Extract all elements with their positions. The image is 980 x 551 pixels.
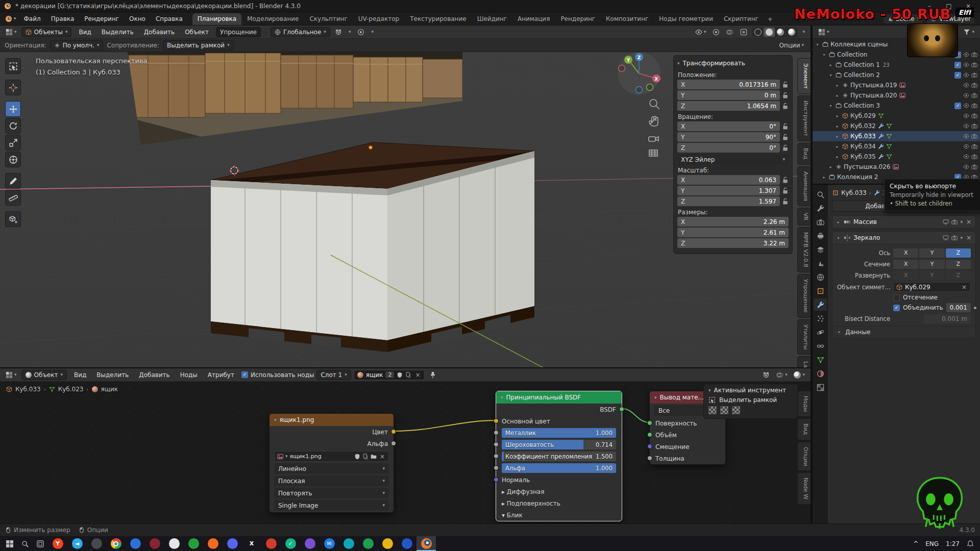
eye-icon[interactable]: [963, 164, 969, 170]
menu-Окно[interactable]: Окно: [125, 14, 150, 24]
taskbar-app-yandex-browser[interactable]: Y: [48, 536, 67, 551]
transform-field-Y[interactable]: Y90°: [677, 132, 780, 142]
eye-icon[interactable]: [963, 113, 969, 119]
sidebar-tab-VR[interactable]: VR: [797, 208, 811, 226]
bsdf-row-Шероховатость[interactable]: Шероховатость0.714: [496, 439, 622, 450]
bsdf-row-Диффузная[interactable]: ▸ Диффузная: [496, 486, 622, 497]
properties-tab-output[interactable]: [814, 230, 827, 242]
properties-tab-object-data[interactable]: [814, 354, 827, 366]
chevron-right-icon[interactable]: ▸: [835, 134, 840, 139]
thickness-socket[interactable]: [647, 456, 652, 461]
sidebar-tab-Lattice Magi[interactable]: Lattice Magi: [797, 356, 811, 367]
shading-material-button[interactable]: [775, 28, 786, 37]
vector-socket[interactable]: [494, 477, 499, 482]
sidebar-tab-Вид[interactable]: Вид: [797, 143, 811, 164]
transform-field-Z[interactable]: Z1.0654 m: [677, 101, 780, 111]
camera-icon[interactable]: [971, 52, 977, 58]
outliner-row-Пустышка.026[interactable]: ▸Пустышка.026: [813, 162, 980, 172]
camera-icon[interactable]: [971, 103, 977, 109]
camera-icon[interactable]: [971, 143, 977, 149]
taskbar-app-app-maroon[interactable]: [145, 536, 164, 551]
editor-type-button[interactable]: ▾: [816, 28, 831, 37]
modifier-mirror-header[interactable]: ▾ Зеркало ▾ ×: [832, 232, 975, 244]
eye-icon[interactable]: [963, 52, 969, 58]
node-header[interactable]: ▾ящик1.png: [270, 414, 394, 426]
outliner-filter-button[interactable]: ▾: [961, 28, 976, 37]
transform-field-X[interactable]: X0.017316 m: [677, 80, 780, 89]
projection-dropdown[interactable]: Плоская▾: [274, 475, 389, 486]
chevron-right-icon[interactable]: ▸: [835, 83, 840, 88]
meshdata-icon[interactable]: [886, 154, 892, 160]
taskbar-app-app-forest[interactable]: [358, 536, 378, 551]
slider-Металлик[interactable]: Металлик1.000: [502, 428, 616, 438]
lock-open-icon[interactable]: [782, 123, 789, 130]
viewport-display-toggle[interactable]: [943, 235, 949, 241]
shader-menu-Вид[interactable]: Вид: [69, 370, 91, 380]
image-icon[interactable]: [899, 92, 905, 98]
properties-tab-world[interactable]: [814, 271, 827, 283]
meshdata-icon[interactable]: [878, 113, 884, 119]
merge-threshold-field[interactable]: 0.001 m: [946, 303, 971, 312]
taskbar-app-app-black[interactable]: X: [242, 536, 261, 551]
orientation-dropdown[interactable]: Глобальное▾: [271, 27, 330, 37]
outliner-row-Куб.035[interactable]: ▸Куб.035: [813, 152, 980, 162]
transform-field-X[interactable]: X0°: [677, 121, 780, 131]
workspace-tab-Текстурирование[interactable]: Текстурирование: [405, 13, 471, 25]
camera-icon[interactable]: [971, 62, 977, 68]
chevron-right-icon[interactable]: ▸: [828, 63, 834, 67]
menu-Рендеринг[interactable]: Рендеринг: [80, 14, 124, 24]
wrench-icon[interactable]: [878, 143, 884, 149]
workspace-tab-Композитинг[interactable]: Композитинг: [601, 13, 653, 25]
modifier-array-header[interactable]: ▸ Массив ▾ ×: [832, 216, 975, 228]
modifier-close-button[interactable]: ×: [965, 234, 972, 241]
properties-tab-texture[interactable]: [814, 381, 827, 393]
surface-socket[interactable]: [647, 420, 652, 425]
workspace-tab-Анимация[interactable]: Анимация: [512, 13, 555, 25]
camera-icon[interactable]: [971, 72, 977, 78]
camera-icon[interactable]: [971, 113, 977, 119]
outliner-search-button[interactable]: [947, 28, 958, 37]
object-visibility-dropdown[interactable]: ▾: [693, 28, 708, 37]
workspace-tab-Скульптинг[interactable]: Скульптинг: [304, 13, 352, 25]
pin-button[interactable]: [427, 370, 438, 380]
properties-tab-modifiers[interactable]: [814, 298, 827, 311]
exclude-checkbox[interactable]: ✓: [954, 103, 961, 109]
chevron-right-icon[interactable]: ▸: [821, 175, 827, 180]
properties-search-button[interactable]: [814, 188, 827, 201]
properties-tab-material[interactable]: [814, 367, 827, 380]
breadcrumb-object[interactable]: Куб.033: [841, 189, 867, 196]
transform-panel-header[interactable]: ▾ Трансформировать: [677, 58, 789, 69]
taskbar-app-app-yellow[interactable]: [378, 536, 397, 551]
lock-open-icon[interactable]: [782, 92, 789, 99]
tray-expand-button[interactable]: ^: [913, 540, 918, 547]
new-material-button[interactable]: [405, 372, 411, 378]
image-icon[interactable]: [893, 164, 899, 170]
transform-field-Y[interactable]: Y2.61 m: [677, 228, 789, 237]
render-display-toggle[interactable]: [951, 219, 958, 225]
viewport-display-toggle[interactable]: [943, 219, 949, 225]
lock-open-icon[interactable]: [782, 198, 789, 205]
data-subpanel[interactable]: ▸ Данные: [832, 326, 975, 337]
simplify-tab[interactable]: Упрощение: [216, 27, 261, 37]
sidebar-tab-Элемент[interactable]: Элемент: [797, 58, 811, 94]
taskbar-search-button[interactable]: [17, 536, 33, 551]
axis-button-X[interactable]: X: [893, 260, 918, 269]
clipping-checkbox[interactable]: [893, 294, 900, 301]
properties-tab-tool[interactable]: [814, 202, 827, 214]
texture-thumbnail[interactable]: [720, 406, 728, 414]
value-socket[interactable]: [494, 454, 499, 459]
workspace-tab-Ноды геометрии[interactable]: Ноды геометрии: [654, 13, 718, 25]
toggle-xray-button[interactable]: [738, 28, 749, 37]
clear-object-button[interactable]: ×: [961, 284, 968, 291]
shader-sidebar-tab-Вид[interactable]: Вид: [797, 418, 811, 440]
app-menu-button[interactable]: ▾: [3, 14, 18, 23]
tool-scale-button[interactable]: [5, 135, 21, 151]
animate-property-dot[interactable]: [974, 307, 976, 309]
taskbar-app-app-orange[interactable]: [203, 536, 223, 551]
lock-open-icon[interactable]: [782, 144, 789, 152]
chevron-down-icon[interactable]: ▾: [828, 104, 834, 108]
taskbar-app-app-teal-check[interactable]: ✓: [281, 536, 300, 551]
tool-add-cube-button[interactable]: [5, 211, 21, 227]
exclude-checkbox[interactable]: ✓: [954, 52, 961, 58]
slider-Шероховатость[interactable]: Шероховатость0.714: [502, 440, 616, 449]
